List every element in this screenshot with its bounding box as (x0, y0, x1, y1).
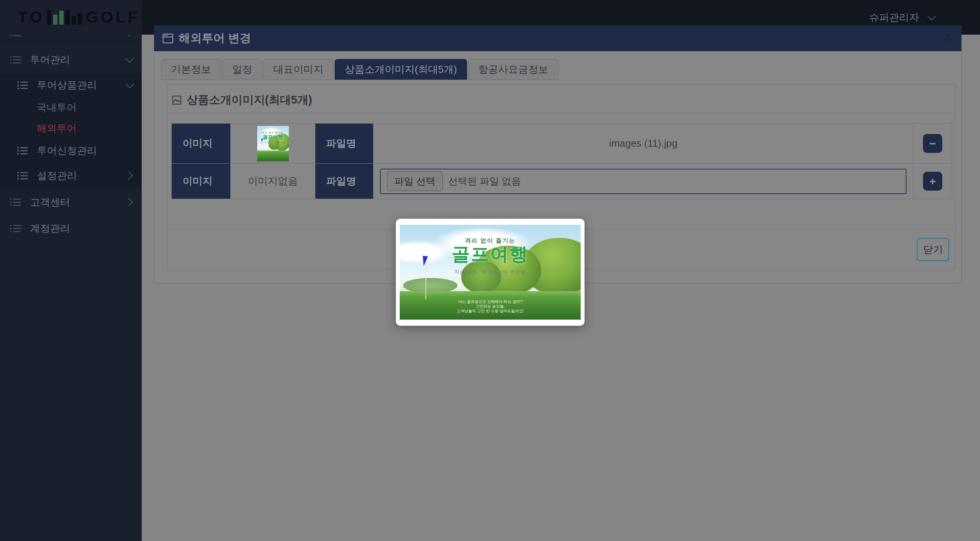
close-icon[interactable]: × (944, 30, 952, 45)
list-icon (17, 81, 28, 89)
banner-subtitle: 지금 바로, 태국에서의 라운딩 (400, 268, 581, 275)
chevron-right-icon (124, 171, 133, 180)
file-select-button[interactable]: 파일 선택 (387, 171, 443, 191)
sidebar-submenu-tour: 투어상품관리 국내투어 해외투어 투어신청관리 설정관리 (0, 73, 142, 189)
chevron-down-icon (126, 80, 134, 89)
image-thumb-cell: 격리 없이 즐기는 골프여행 지금 바로, 태국에서의 라운딩 (231, 124, 315, 164)
sidebar-item-account-mgmt[interactable]: 계정관리 (0, 215, 142, 241)
intro-image-thumbnail[interactable]: 격리 없이 즐기는 골프여행 지금 바로, 태국에서의 라운딩 (257, 126, 289, 161)
tab-intro-images[interactable]: 상품소개이미지(최대5개) (335, 59, 467, 80)
remove-image-button[interactable]: − (923, 134, 942, 153)
sidebar-item-tour-mgmt[interactable]: 투어관리 (0, 46, 142, 73)
filename-cell: images (11).jpg (374, 124, 913, 164)
app-logo[interactable]: TO GOLF (0, 0, 142, 35)
sidebar-item-partial[interactable] (0, 35, 142, 46)
section-header: 상품소개이미지(최대5개) (172, 92, 312, 108)
logo-text-suffix: GOLF (86, 8, 140, 27)
list-icon (10, 198, 21, 206)
sidebar-item-label: 투어관리 (30, 53, 126, 67)
sidebar-menu: 투어관리 투어상품관리 국내투어 해외투어 투어신청관리 (0, 35, 142, 241)
banner-grass-line: 고객님들의 고민 한 스푼 덜어드릴게요! (400, 308, 581, 314)
modal-title: 해외투어 변경 (179, 30, 251, 46)
chevron-down-icon (928, 12, 936, 21)
tree-shape (461, 261, 501, 293)
row-action-cell: + (913, 164, 952, 199)
sidebar-item-label: 계정관리 (30, 222, 132, 235)
list-icon (17, 146, 28, 155)
file-status-text: 선택된 파일 없음 (448, 175, 521, 188)
list-icon (17, 171, 28, 180)
chevron-right-icon (124, 198, 133, 207)
golf-flag (261, 138, 263, 142)
row-action-cell: − (913, 124, 952, 164)
modal-tabs: 기본정보 일정 대표이미지 상품소개이미지(최대5개) 항공사요금정보 (161, 59, 558, 80)
list-icon (10, 35, 21, 37)
sidebar-item-overseas-tour[interactable]: 해외투어 (0, 118, 142, 139)
list-icon (10, 224, 21, 233)
divider (168, 113, 955, 114)
sidebar-item-customer-center[interactable]: 고객센터 (0, 189, 142, 215)
modal-header: 해외투어 변경 × (154, 25, 962, 51)
intro-image-table: 이미지 격리 없이 즐기는 골프여행 지금 바로, 태국에서의 라운딩 (171, 123, 952, 199)
golf-flag (422, 256, 428, 266)
tab-airline-fare[interactable]: 항공사요금정보 (468, 59, 558, 80)
image-icon (172, 95, 181, 105)
tree-shape (403, 278, 457, 293)
sidebar-item-label: 투어상품관리 (37, 79, 126, 92)
chevron-right-icon (124, 35, 133, 37)
sidebar-item-label: 국내투어 (37, 101, 77, 114)
sidebar-item-label: 고객센터 (30, 196, 126, 209)
filename-header-cell: 파일명 (315, 164, 374, 199)
sidebar-item-tour-request-mgmt[interactable]: 투어신청관리 (0, 139, 142, 162)
sidebar-item-label: 투어신청관리 (37, 144, 132, 157)
golf-banner-image: 격리 없이 즐기는 골프여행 지금 바로, 태국에서의 라운딩 어느 골프장으로… (400, 225, 581, 320)
image-preview-popup[interactable]: 격리 없이 즐기는 골프여행 지금 바로, 태국에서의 라운딩 어느 골프장으로… (396, 219, 585, 326)
sidebar-item-domestic-tour[interactable]: 국내투어 (0, 97, 142, 118)
tab-main-image[interactable]: 대표이미지 (263, 59, 333, 80)
modal-close-button[interactable]: 닫기 (917, 238, 949, 261)
section-title: 상품소개이미지(최대5개) (187, 92, 312, 108)
admin-name: 슈퍼관리자 (869, 11, 919, 24)
sidebar-item-settings-mgmt[interactable]: 설정관리 (0, 162, 142, 189)
tab-schedule[interactable]: 일정 (222, 59, 262, 80)
image-header-cell: 이미지 (172, 164, 231, 199)
no-image-cell: 이미지없음 (231, 164, 315, 199)
file-input[interactable]: 파일 선택 선택된 파일 없음 (380, 169, 906, 194)
add-image-button[interactable]: + (923, 172, 942, 191)
chevron-down-icon (126, 54, 134, 63)
logo-text-prefix: TO (18, 8, 45, 27)
sidebar: TO GOLF 투어관리 투어상 (0, 0, 142, 541)
file-input-cell: 파일 선택 선택된 파일 없음 (374, 164, 913, 199)
tab-basic-info[interactable]: 기본정보 (161, 59, 221, 80)
image-header-cell: 이미지 (172, 124, 231, 164)
sidebar-item-label: 설정관리 (37, 169, 126, 183)
app-root: 슈퍼관리자 TO GOLF 투어관리 (0, 0, 980, 541)
list-icon (10, 55, 21, 64)
sidebar-item-label: 해외투어 (37, 122, 77, 135)
logo-bars-icon (47, 9, 82, 25)
sidebar-item-tour-product-mgmt[interactable]: 투어상품관리 (0, 73, 142, 97)
window-icon (162, 33, 173, 44)
filename-header-cell: 파일명 (315, 124, 374, 164)
